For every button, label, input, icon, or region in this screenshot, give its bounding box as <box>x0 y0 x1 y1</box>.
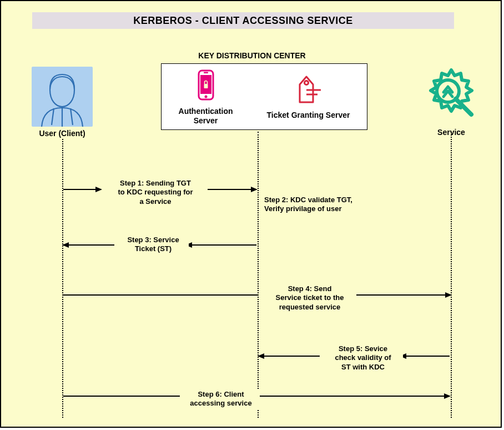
arrow-step4-a <box>63 294 259 296</box>
arrow-step5-b <box>259 356 320 357</box>
step5-label: Step 5: Sevicecheck validity ofST with K… <box>323 343 403 373</box>
arrow-step1-a <box>63 189 101 190</box>
lifeline-user <box>62 139 63 418</box>
user-icon <box>32 67 93 127</box>
arrow-step3-b <box>63 244 114 246</box>
arrow-step3-a <box>187 244 256 246</box>
authentication-server: AuthenticationServer <box>179 68 233 126</box>
user-label: User (Client) <box>32 129 93 138</box>
svg-rect-4 <box>204 84 208 88</box>
svg-rect-3 <box>204 72 208 73</box>
authentication-server-label: AuthenticationServer <box>179 107 233 126</box>
gear-search-icon <box>420 117 482 126</box>
svg-point-2 <box>204 95 207 98</box>
user-actor: User (Client) <box>32 67 93 138</box>
svg-point-5 <box>304 81 308 85</box>
tgs-label: Ticket Granting Server <box>267 111 350 120</box>
ticket-granting-server: Ticket Granting Server <box>267 73 350 120</box>
step4-label: Step 4: SendService ticket to therequest… <box>263 283 356 313</box>
lifeline-kdc <box>258 132 259 418</box>
step3-label: Step 3: ServiceTicket (ST) <box>118 234 189 255</box>
step6-label: Step 6: Clientaccessing service <box>182 389 260 409</box>
kdc-box: AuthenticationServer Ticket Granting Ser… <box>161 63 367 130</box>
step2-label: Step 2: KDC validate TGT,Verify privilag… <box>262 194 377 215</box>
kdc-title: KEY DISTRIBUTION CENTER <box>1 51 503 60</box>
arrow-step6-b <box>258 396 450 397</box>
arrow-step4-b <box>356 294 451 296</box>
arrow-step6-a <box>63 396 180 397</box>
diagram-frame: KERBEROS - CLIENT ACCESSING SERVICE KEY … <box>0 0 502 428</box>
ticket-tag-icon <box>293 73 324 108</box>
lifeline-service <box>451 132 452 418</box>
diagram-title: KERBEROS - CLIENT ACCESSING SERVICE <box>32 12 454 29</box>
phone-lock-icon <box>194 68 218 104</box>
arrow-step1-b <box>205 189 256 190</box>
service-actor: Service <box>420 64 482 137</box>
step1-label: Step 1: Sending TGTto KDC requesting for… <box>103 178 208 207</box>
arrow-step5-a <box>401 356 450 357</box>
